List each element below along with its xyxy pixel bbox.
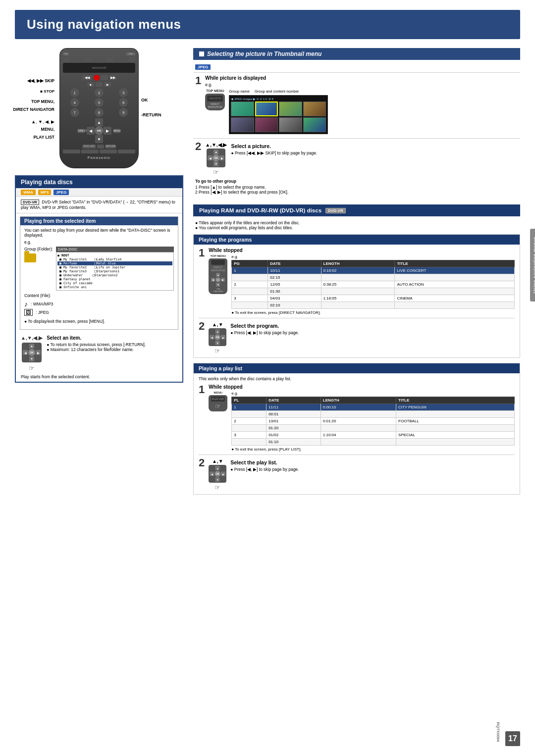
step2-bullet: ● Press [◀◀, ▶▶ SKIP] to skip page by pa… (231, 151, 518, 155)
ok-right-label: OK (141, 98, 181, 102)
prog-remote: TOP MENU DIRECTNAVIGATOR ▲ ▼ ◀ (209, 254, 227, 294)
content-label: Content (File): (24, 293, 174, 298)
playlist-while: While stopped (209, 384, 515, 390)
prog-row3b-date: 02:10 (268, 302, 321, 309)
thumb-image-grid (231, 101, 326, 132)
prog-row3-pg: 3 (232, 295, 268, 302)
skip-label: ◀◀, ▶▶ SKIP (0, 78, 54, 85)
programs-section: Playing the programs 1 While stopped TOP… (193, 234, 520, 358)
prog-row2-date: 12/05 (268, 281, 321, 288)
playlist-title: Playing a play list (199, 365, 242, 371)
step2-nav: ▲,▼,◀,▶ ▲ ▼ ◀ ▶ OK ☞ (205, 142, 227, 176)
left-column: ◀◀, ▶▶ SKIP ■ STOP TOP MENU, DIRECT NAVI… (15, 48, 183, 500)
select-item-bullet2: ● Maximum: 12 characters for file/folder… (47, 347, 177, 352)
table-row: 1 10/11 0:16:02 LIVE CONCERT (232, 267, 515, 274)
direct-nav-label: DIRECT NAVIGATOR (0, 106, 54, 113)
dvd-vr-badge: DVD-VR (21, 200, 39, 205)
prog-row3-length: 1:16:05 (321, 295, 395, 302)
pl-row3b-pl (232, 439, 267, 446)
table-row: 02:10 (232, 302, 515, 309)
programs-content: 1 While stopped TOP MENU DIRECTNAVIGATOR (194, 245, 520, 357)
pl-row2-date: 13/01 (267, 418, 321, 425)
prog-step2-bullet: ● Press [◀, ▶] to skip page by page. (230, 330, 515, 335)
thumb-img-8 (303, 117, 326, 132)
prog-step2-content: Select the program. ● Press [◀, ▶] to sk… (230, 321, 515, 335)
prog-row1b-title (395, 274, 515, 281)
content-label-text: Content (File): (24, 293, 51, 298)
dvd-vr-badge-ram: DVD-VR (325, 208, 346, 213)
data-disc-header: Playing data discs (16, 176, 182, 188)
pl-row2b-pl (232, 425, 267, 432)
pl-row1-date: 11/11 (267, 404, 321, 411)
playlist-step1-inner: MENU PLAY LIST ☞ e.g. (209, 391, 515, 452)
thumbnail-labels: Group name Group and content number (229, 89, 518, 94)
playlist-step2-title: Select the play list. (230, 459, 515, 465)
prog-row1-date: 10/11 (268, 267, 321, 274)
prog-row2b-title (395, 288, 515, 295)
prog-row1b-date: 02:15 (268, 274, 321, 281)
nav-remote-small: ▲,▼,◀,▶ ▲ ▼ ◀ ▶ OK ☞ (21, 335, 43, 372)
badge-wma: WMA (21, 190, 36, 195)
pl-row3b-length (321, 439, 396, 446)
prog-step1-num: 1 (199, 248, 205, 258)
playing-data-discs-section: Playing data discs WMA MP3 JPEG DVD-VR D… (15, 175, 183, 383)
thumbnail-section-header: Selecting the picture in Thumbnail menu (193, 48, 520, 60)
dvd-vr-note: DVD-VR DVD-VR Select "DATA" in "DVD-VR/D… (16, 197, 182, 213)
thumb-img-2 (255, 101, 278, 116)
page-header: Using navigation menus (15, 10, 520, 39)
table-row: 01:20 (232, 425, 515, 432)
thumb-img-1 (231, 101, 254, 116)
prog-eg: e.g. (231, 254, 515, 259)
step1-eg: e.g. (205, 82, 518, 87)
table-row: 1 11/11 0:00:10 CITY PENGUIN (232, 404, 515, 411)
code-number: RQTX0094 (496, 722, 500, 742)
step2-title: Select a picture. (231, 143, 518, 149)
playlist-section: Playing a play list This works only when… (193, 363, 520, 495)
pl-row3b-date: 01:10 (267, 439, 321, 446)
right-column: Using navigation menus Selecting the pic… (193, 48, 520, 500)
prog-row1-length: 0:16:02 (321, 267, 395, 274)
menu-note: ● To display/exit the screen, press [MEN… (24, 319, 174, 324)
prog-row2b-length (321, 288, 395, 295)
thumb-img-4 (303, 101, 326, 116)
pl-row1b-date: 00:01 (267, 411, 321, 418)
playlist-step2-num: 2 (199, 457, 205, 468)
playlist-step1-num: 1 (199, 384, 205, 395)
table-row: 00:01 (232, 411, 515, 418)
prog-row3-title: CINEMA (395, 295, 515, 302)
thumbnail-image-area: Group name Group and content number ◀ JP… (229, 89, 518, 134)
side-tab-text: Using navigation menus (533, 237, 535, 294)
prog-table: PG DATE LENGTH TITLE (231, 260, 515, 309)
from-selected-header: Playing from the selected item (20, 217, 178, 225)
side-tab: Using navigation menus (530, 229, 535, 302)
remote-control: TV DVD NAVIGATOR (59, 48, 139, 168)
badge-mp3: MP3 (38, 190, 51, 195)
prog-step2: 2 ▲,▼ ▲ ▼ ◀ ▶ OK ☞ (199, 321, 515, 354)
prog-col-length: LENGTH (321, 260, 395, 267)
jpeg-badge: JPEG (195, 64, 211, 70)
page-title: Using navigation menus (27, 17, 508, 32)
thumb-step2: 2 ▲,▼,◀,▶ ▲ ▼ ◀ ▶ OK ☞ S (193, 141, 520, 176)
pl-row2b-length (321, 425, 396, 432)
ram-section-header: Playing RAM and DVD-R/-RW (DVD-VR) discs… (193, 204, 520, 216)
playlist-step1: 1 While stopped MENU PLAY LIST ☞ (199, 384, 515, 452)
square-icon (199, 51, 204, 56)
from-selected-section: Playing from the selected item You can s… (20, 216, 178, 330)
table-row: 01:10 (232, 439, 515, 446)
programs-title: Playing the programs (199, 237, 252, 243)
ram-notes: ● Titles appear only if the titles are r… (193, 220, 520, 230)
pl-row3-pl: 3 (232, 432, 267, 439)
topmenu-remote: TOP MENU NAVIGATOR DIRECTNAVIGATOR (205, 89, 225, 110)
prog-row1b-pg (232, 274, 268, 281)
step1-num: 1 (195, 75, 201, 86)
prog-step2-title: Select the program. (230, 323, 515, 329)
prog-step2-num: 2 (199, 321, 205, 332)
pl-row2b-title (396, 425, 515, 432)
programs-header: Playing the programs (194, 235, 520, 245)
pl-row1b-length (321, 411, 396, 418)
ram-note1: ● Titles appear only if the titles are r… (195, 220, 518, 225)
prog-row3b-length (321, 302, 395, 309)
from-selected-content: You can select to play from your desired… (20, 225, 178, 329)
page-container: Using navigation menus ◀◀, ▶▶ SKIP ■ STO… (0, 0, 535, 756)
select-item-content: Select an item. ● To return to the previ… (47, 335, 177, 352)
